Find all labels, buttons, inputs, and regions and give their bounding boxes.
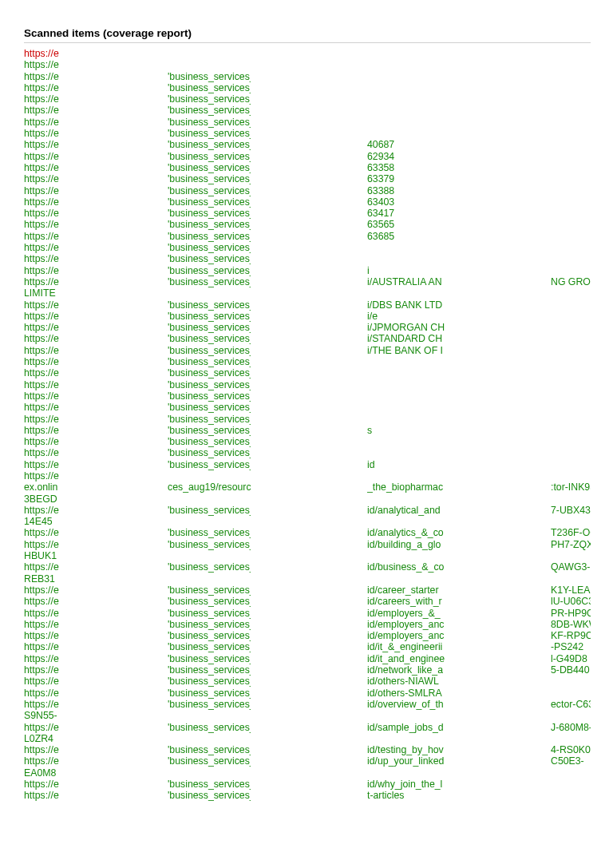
url-fragment: 'business_services_ xyxy=(168,699,251,710)
url-fragment: i/STANDARD CH xyxy=(367,333,442,344)
url-fragment: 'business_services_ xyxy=(168,505,251,516)
list-item: https://e'business_services_i/e xyxy=(24,311,591,322)
list-item: https://e'business_services_id/it_and_en… xyxy=(24,653,591,664)
url-fragment: https://e xyxy=(24,527,59,538)
url-fragment: 'business_services_ xyxy=(168,128,251,139)
list-item: https://e'business_services_id/employers… xyxy=(24,630,591,641)
url-fragment: id/it_&_engineerii xyxy=(367,641,442,652)
url-fragment: 63379 xyxy=(367,173,394,184)
url-fragment: ector-C63S0- xyxy=(551,699,591,710)
url-fragment: https://e xyxy=(24,436,59,447)
list-item: https://e'business_services_ xyxy=(24,253,591,264)
url-fragment: 'business_services_ xyxy=(168,333,251,344)
list-item: https://e'business_services_id/building_… xyxy=(24,539,591,550)
list-item: https://e'business_services_i/STANDARD C… xyxy=(24,333,591,344)
url-fragment: https://e xyxy=(24,641,59,652)
list-item-continuation: 14E45 xyxy=(24,516,591,527)
list-item: https://e'business_services_ xyxy=(24,117,591,128)
url-fragment: 'business_services_ xyxy=(168,311,251,322)
list-item: https://e'business_services_id/why_join_… xyxy=(24,779,591,790)
url-fragment: https://e xyxy=(24,779,59,790)
url-fragment: KF-RP9C7 xyxy=(551,630,591,641)
url-fragment: QAWG3- xyxy=(551,561,590,573)
url-fragment: REB31 xyxy=(24,573,55,585)
url-fragment: 'business_services_ xyxy=(168,641,251,652)
list-item: https://e'business_services_ xyxy=(24,379,591,390)
list-item: https://e'business_services_ xyxy=(24,93,591,105)
url-fragment: 'business_services_ xyxy=(168,447,251,458)
list-item: https://e'business_services_s xyxy=(24,425,591,436)
url-fragment: id/analytical_and xyxy=(367,505,441,516)
url-fragment: https://e xyxy=(24,173,59,184)
url-fragment: 'business_services_ xyxy=(168,436,251,447)
url-fragment: 63565 xyxy=(367,219,394,230)
url-fragment: i/DBS BANK LTD xyxy=(367,299,442,311)
list-item: https://e'business_services_63403 xyxy=(24,196,591,208)
url-fragment: https://e xyxy=(24,379,59,390)
list-item: https://e'business_services_63685 xyxy=(24,231,591,242)
url-fragment: https://e xyxy=(24,345,59,356)
url-fragment: 63417 xyxy=(367,208,394,219)
list-item: https://e'business_services_id/others-NI… xyxy=(24,676,591,687)
url-fragment: https://e xyxy=(24,755,59,767)
url-fragment: id/careers_with_r xyxy=(367,596,442,607)
url-fragment: id/testing_by_hov xyxy=(367,744,444,755)
list-item: https://e'business_services_63417 xyxy=(24,208,591,219)
url-fragment: EA0M8 xyxy=(24,767,56,779)
url-fragment: 3BEGD xyxy=(24,493,57,505)
url-fragment: 'business_services_ xyxy=(168,688,251,699)
url-fragment: https://e xyxy=(24,71,59,82)
url-fragment: id/up_your_linked xyxy=(367,755,444,767)
list-item: https://e'business_services_id/analytics… xyxy=(24,527,591,538)
url-fragment: i/AUSTRALIA AN xyxy=(367,276,442,287)
url-fragment: LIMITE xyxy=(24,287,56,299)
url-fragment: id/network_like_a xyxy=(367,664,443,676)
url-fragment: id/employers_anc xyxy=(367,619,444,630)
list-item: https://e'business_services_62934 xyxy=(24,151,591,162)
url-fragment: https://e xyxy=(24,333,59,344)
url-fragment: 'business_services_ xyxy=(168,231,251,242)
url-fragment: https://e xyxy=(24,265,59,276)
url-fragment: id/why_join_the_l xyxy=(367,779,442,790)
url-fragment: https://e xyxy=(24,688,59,699)
list-item: https://e'business_services_id/network_l… xyxy=(24,664,591,676)
url-fragment: 'business_services_ xyxy=(168,93,251,105)
list-item: https://e'business_services_id/it_&_engi… xyxy=(24,641,591,652)
list-item: https://e xyxy=(24,48,591,59)
list-item: https://e'business_services_t-articles xyxy=(24,790,591,801)
url-fragment: https://e xyxy=(24,619,59,630)
url-fragment: 'business_services_ xyxy=(168,561,251,573)
url-fragment: PH7-ZQXAJ- xyxy=(551,539,591,550)
url-fragment: https://e xyxy=(24,470,59,482)
url-fragment: 63403 xyxy=(367,196,394,208)
url-fragment: https://e xyxy=(24,231,59,242)
url-fragment: https://e xyxy=(24,585,59,596)
url-fragment: 'business_services_ xyxy=(168,162,251,173)
list-item: https://e'business_services_id/business_… xyxy=(24,561,591,573)
url-fragment: id/overview_of_th xyxy=(367,699,444,710)
list-item: https://e'business_services_id/career_st… xyxy=(24,585,591,596)
url-fragment: 'business_services_ xyxy=(168,208,251,219)
url-fragment: 'business_services_ xyxy=(168,356,251,367)
url-fragment: https://e xyxy=(24,596,59,607)
url-fragment: 'business_services_ xyxy=(168,414,251,425)
url-fragment: 'business_services_ xyxy=(168,379,251,390)
url-fragment: 'business_services_ xyxy=(168,322,251,333)
url-fragment: 'business_services_ xyxy=(168,630,251,641)
list-item: ex.onlinces_aug19/resource_the_biopharma… xyxy=(24,482,591,493)
list-item-continuation: EA0M8 xyxy=(24,767,591,779)
url-fragment: HBUK1 xyxy=(24,550,57,561)
list-item: https://e'business_services_i/AUSTRALIA … xyxy=(24,276,591,287)
list-item: https://e'business_services_ xyxy=(24,436,591,447)
list-item: https://e'business_services_ xyxy=(24,447,591,458)
url-fragment: https://e xyxy=(24,630,59,641)
url-fragment: ex.onlin xyxy=(24,482,57,493)
url-fragment: 'business_services_ xyxy=(168,755,251,767)
url-fragment: id/business_&_co xyxy=(367,561,444,573)
list-item: https://e xyxy=(24,470,591,482)
list-item: https://e'business_services_id/sample_jo… xyxy=(24,722,591,733)
url-fragment: 63358 xyxy=(367,162,394,173)
url-fragment: 7-UBX43- xyxy=(551,505,591,516)
url-fragment: 40687 xyxy=(367,139,394,150)
list-item: https://e'business_services_id/others-SM… xyxy=(24,688,591,699)
